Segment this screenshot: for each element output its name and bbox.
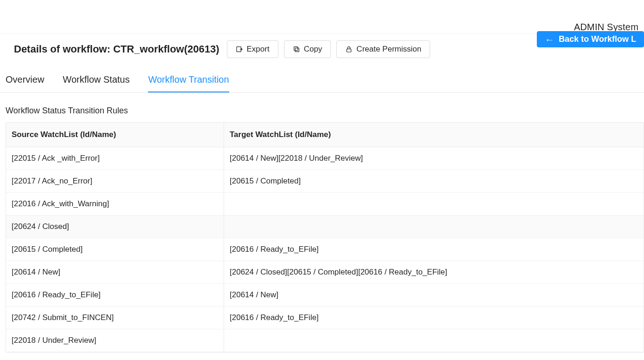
cell-source: [22017 / Ack_no_Error] [6,170,224,192]
copy-label: Copy [304,45,322,54]
back-to-workflow-button[interactable]: ← Back to Workflow L [537,31,644,47]
section-title: Workflow Status Transition Rules [6,106,644,116]
col-header-target: Target WatchList (Id/Name) [224,123,644,147]
copy-button[interactable]: Copy [284,40,331,58]
back-label: Back to Workflow L [559,34,636,44]
tab-overview[interactable]: Overview [6,71,44,92]
svg-rect-1 [295,48,299,52]
table-row: [20742 / Submit_to_FINCEN][20616 / Ready… [6,307,644,329]
table-body: [22015 / Ack _with_Error][20614 / New][2… [6,147,644,352]
create-permission-button[interactable]: Create Permission [336,40,430,58]
cell-target: [20624 / Closed][20615 / Completed][2061… [224,261,644,283]
tabs: Overview Workflow Status Workflow Transi… [0,65,644,93]
header-row: Details of workflow: CTR_workflow(20613)… [0,33,644,65]
table-row: [20614 / New][20624 / Closed][20615 / Co… [6,261,644,284]
export-button[interactable]: Export [227,40,278,58]
cell-target: [20616 / Ready_to_EFile] [224,238,644,261]
cell-source: [20616 / Ready_to_EFile] [6,284,224,306]
create-permission-label: Create Permission [356,45,421,54]
cell-source: [20615 / Completed] [6,238,224,261]
table-head: Source WatchList (Id/Name) Target WatchL… [6,123,644,147]
copy-icon [293,46,300,53]
export-icon [236,46,243,53]
cell-source: [20624 / Closed] [6,216,224,238]
svg-rect-3 [347,49,351,52]
cell-target: [20614 / New][22018 / Under_Review] [224,147,644,170]
cell-source: [22015 / Ack _with_Error] [6,147,224,170]
page-title: Details of workflow: CTR_workflow(20613) [14,43,219,55]
table-row: [20624 / Closed] [6,216,644,238]
table-row: [22016 / Ack_with_Warning] [6,193,644,216]
tab-workflow-status[interactable]: Workflow Status [63,71,129,92]
topbar: ADMIN System [0,0,644,33]
table-row: [22017 / Ack_no_Error][20615 / Completed… [6,170,644,193]
table-row: [22018 / Under_Review] [6,329,644,352]
cell-source: [20614 / New] [6,261,224,283]
cell-target [224,329,644,352]
cell-target: [20616 / Ready_to_EFile] [224,307,644,329]
svg-rect-2 [294,47,297,51]
export-label: Export [247,45,270,54]
col-header-source: Source WatchList (Id/Name) [6,123,224,147]
cell-source: [22016 / Ack_with_Warning] [6,193,224,215]
transition-table: Source WatchList (Id/Name) Target WatchL… [6,122,644,353]
cell-source: [22018 / Under_Review] [6,329,224,352]
table-row: [20616 / Ready_to_EFile][20614 / New] [6,284,644,307]
lock-icon [345,46,353,53]
tab-workflow-transition[interactable]: Workflow Transition [148,71,229,92]
cell-target [224,216,644,238]
table-row: [20615 / Completed][20616 / Ready_to_EFi… [6,238,644,261]
arrow-left-icon: ← [545,35,554,44]
cell-target: [20614 / New] [224,284,644,306]
cell-source: [20742 / Submit_to_FINCEN] [6,307,224,329]
table-row: [22015 / Ack _with_Error][20614 / New][2… [6,147,644,170]
cell-target [224,193,644,215]
cell-target: [20615 / Completed] [224,170,644,192]
